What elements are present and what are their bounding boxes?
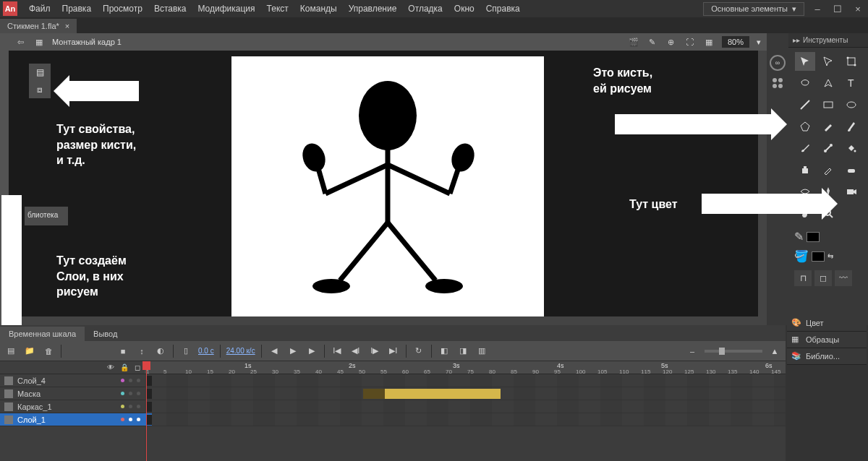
properties-mini-panel[interactable]: ▤ ⧈: [29, 64, 51, 98]
window-maximize-button[interactable]: ☐: [830, 4, 845, 14]
workspace-dropdown[interactable]: Основные элементы ▾: [703, 2, 804, 16]
new-layer-icon[interactable]: ▤: [4, 345, 17, 358]
eyedropper-tool-icon[interactable]: [818, 160, 838, 179]
fill-color-swatch[interactable]: [812, 251, 825, 262]
eraser-tool-icon[interactable]: [841, 160, 861, 179]
paint-bucket-tool-icon[interactable]: [841, 139, 861, 158]
library-panel-button[interactable]: 📚Библио...: [787, 348, 867, 365]
onion-skin-icon[interactable]: ◐: [154, 345, 167, 358]
menu-window[interactable]: Окно: [448, 4, 480, 14]
rectangle-tool-icon[interactable]: [818, 95, 838, 114]
scene-name[interactable]: Монтажный кадр 1: [52, 38, 122, 46]
paint-brush-tool-icon[interactable]: [795, 139, 815, 158]
prev-frame-icon[interactable]: ◀: [268, 345, 281, 358]
cc-libraries-icon[interactable]: ∞: [770, 55, 786, 71]
menu-insert[interactable]: Вставка: [148, 4, 192, 14]
subselection-tool-icon[interactable]: [818, 52, 838, 71]
frame-lane[interactable]: [145, 413, 786, 426]
brush-tool-icon[interactable]: [841, 117, 861, 136]
layer-row[interactable]: Слой_4: [0, 374, 145, 387]
camera-tool-icon[interactable]: [841, 182, 861, 201]
lasso-tool-icon[interactable]: [795, 74, 815, 92]
layer-row[interactable]: Слой_1: [0, 413, 145, 426]
fit-icon[interactable]: ⛶: [684, 36, 696, 48]
playhead[interactable]: [146, 361, 147, 461]
pencil-tool-icon[interactable]: [818, 117, 838, 136]
menu-commands[interactable]: Команды: [294, 4, 343, 14]
bone-tool-icon[interactable]: [818, 139, 838, 158]
menu-help[interactable]: Справка: [480, 4, 526, 14]
grid-icon[interactable]: ▦: [703, 36, 715, 48]
loop-icon[interactable]: ↻: [412, 345, 425, 358]
horizontal-scrollbar[interactable]: [9, 316, 767, 325]
go-last-icon[interactable]: ▶I: [387, 345, 400, 358]
object-drawing-icon[interactable]: ◻: [814, 270, 832, 286]
ink-bottle-tool-icon[interactable]: [795, 160, 815, 179]
timeline-ruler[interactable]: 1s2s3s4s5s6s1510152025303540455055606570…: [145, 361, 786, 374]
menu-modify[interactable]: Модификация: [192, 4, 260, 14]
layer-row[interactable]: Маска: [0, 387, 145, 400]
window-minimize-button[interactable]: –: [810, 4, 825, 14]
pen-tool-icon[interactable]: [818, 74, 838, 92]
free-transform-tool-icon[interactable]: [841, 52, 861, 71]
polystar-tool-icon[interactable]: [795, 117, 815, 136]
onion1-icon[interactable]: ◧: [438, 345, 451, 358]
canvas[interactable]: [231, 56, 544, 319]
share-icon[interactable]: [773, 78, 783, 88]
timeline-tab[interactable]: Временная шкала: [0, 327, 85, 341]
frame-lane[interactable]: [145, 374, 786, 387]
chevron-down-icon[interactable]: ▾: [757, 38, 761, 47]
onion2-icon[interactable]: ◨: [456, 345, 469, 358]
snap-option-icon[interactable]: ⊓: [794, 270, 812, 286]
vertical-scrollbar[interactable]: [758, 51, 767, 325]
menu-view[interactable]: Просмотр: [97, 4, 148, 14]
frame-time[interactable]: 0.0 с: [198, 347, 214, 355]
back-icon[interactable]: ⇦: [14, 36, 26, 48]
window-close-button[interactable]: ×: [851, 4, 865, 14]
line-tool-icon[interactable]: [795, 95, 815, 114]
frame-lane[interactable]: [145, 400, 786, 413]
frames-area[interactable]: 1s2s3s4s5s6s1510152025303540455055606570…: [145, 361, 786, 461]
swatches-panel-button[interactable]: ▦Образцы: [787, 332, 867, 348]
layer-row[interactable]: Каркас_1: [0, 400, 145, 413]
lock-header-icon[interactable]: 🔒: [120, 363, 129, 371]
next-frame-icon[interactable]: ▶: [305, 345, 318, 358]
menu-control[interactable]: Управление: [343, 4, 403, 14]
document-tab[interactable]: Стикмен 1.fla* ×: [0, 19, 77, 33]
smooth-option-icon[interactable]: 〰: [835, 270, 852, 286]
timeline-zoom-slider[interactable]: [705, 350, 762, 353]
zoom-value[interactable]: 80%: [722, 36, 749, 48]
library-mini-panel[interactable]: блиотека: [25, 207, 68, 225]
eye-header-icon[interactable]: 👁: [107, 363, 114, 371]
oval-tool-icon[interactable]: [841, 95, 861, 114]
go-first-icon[interactable]: I◀: [331, 345, 344, 358]
frame-lane[interactable]: [145, 387, 786, 400]
timeline-zoom-in-icon[interactable]: ▲: [768, 345, 781, 358]
timeline-zoom-out-icon[interactable]: –: [686, 345, 699, 358]
outline-header-icon[interactable]: ◻: [135, 363, 140, 371]
edit-scene-icon[interactable]: ✎: [647, 36, 658, 48]
text-tool-icon[interactable]: T: [841, 74, 861, 92]
fps-value[interactable]: 24.00 к/с: [226, 347, 255, 355]
stroke-color-swatch[interactable]: [807, 232, 820, 242]
swap-colors-icon[interactable]: ⇆: [827, 252, 833, 260]
step-back-icon[interactable]: ◀I: [349, 345, 362, 358]
new-folder-icon[interactable]: 📁: [23, 345, 36, 358]
menu-debug[interactable]: Отладка: [402, 4, 448, 14]
selection-tool-icon[interactable]: [795, 52, 815, 71]
menu-file[interactable]: Файл: [23, 4, 56, 14]
output-tab[interactable]: Вывод: [85, 327, 126, 341]
delete-layer-icon[interactable]: 🗑: [42, 345, 55, 358]
menu-edit[interactable]: Правка: [56, 4, 98, 14]
close-tab-icon[interactable]: ×: [65, 22, 69, 30]
play-icon[interactable]: ▶: [286, 345, 299, 358]
camera-toggle-icon[interactable]: ■: [116, 345, 129, 358]
layer-depth-icon[interactable]: ↕: [135, 345, 148, 358]
clapper-icon[interactable]: 🎬: [628, 36, 639, 48]
symbol-icon[interactable]: ⊕: [665, 36, 677, 48]
step-fwd-icon[interactable]: I▶: [368, 345, 381, 358]
keyframe-indicator-icon[interactable]: ▯: [179, 345, 192, 358]
color-panel-button[interactable]: 🎨Цвет: [787, 315, 867, 332]
onion3-icon[interactable]: ▥: [475, 345, 488, 358]
menu-text[interactable]: Текст: [261, 4, 294, 14]
